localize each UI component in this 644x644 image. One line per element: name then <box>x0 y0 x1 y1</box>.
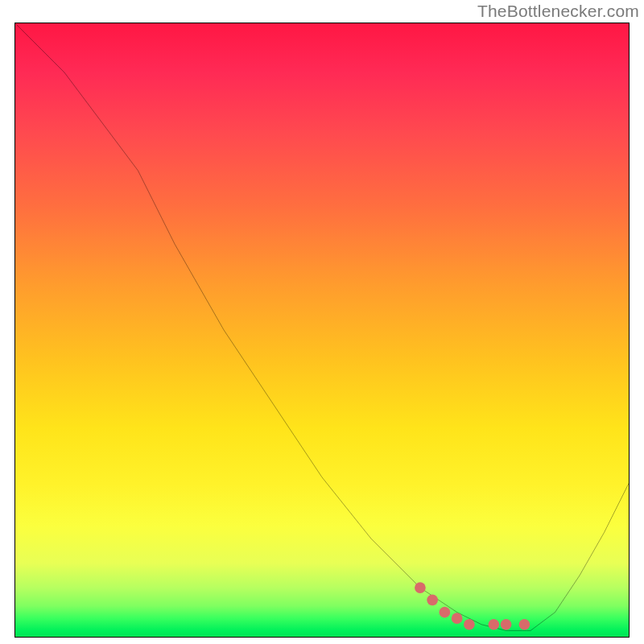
marker-dot <box>519 619 530 630</box>
marker-dot <box>452 613 463 624</box>
marker-dot <box>489 619 500 630</box>
min-region-markers <box>15 23 629 637</box>
marker-dot <box>440 607 451 618</box>
attribution-text: TheBottlenecker.com <box>477 2 639 21</box>
chart-container: TheBottlenecker.com <box>0 0 644 644</box>
marker-dot <box>415 582 426 593</box>
marker-dot <box>427 594 438 605</box>
marker-dot <box>464 619 475 630</box>
marker-dot <box>501 619 512 630</box>
chart-plot-area <box>14 23 630 638</box>
